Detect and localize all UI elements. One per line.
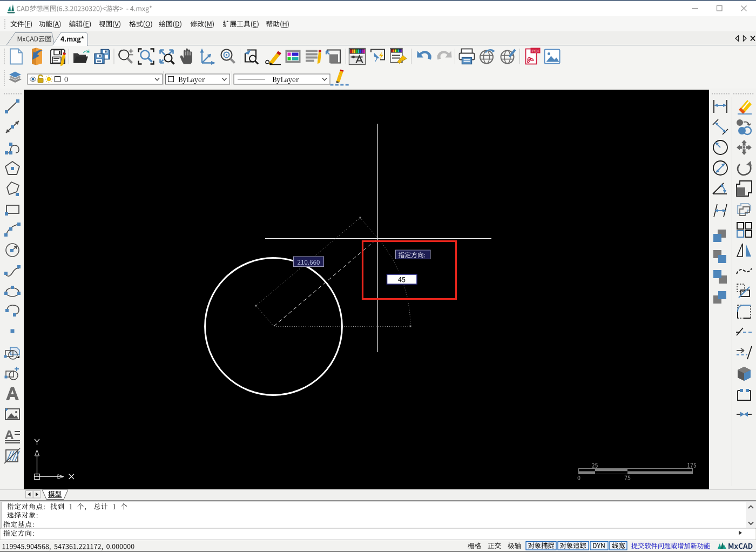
svg-text:PDF: PDF: [532, 49, 541, 53]
